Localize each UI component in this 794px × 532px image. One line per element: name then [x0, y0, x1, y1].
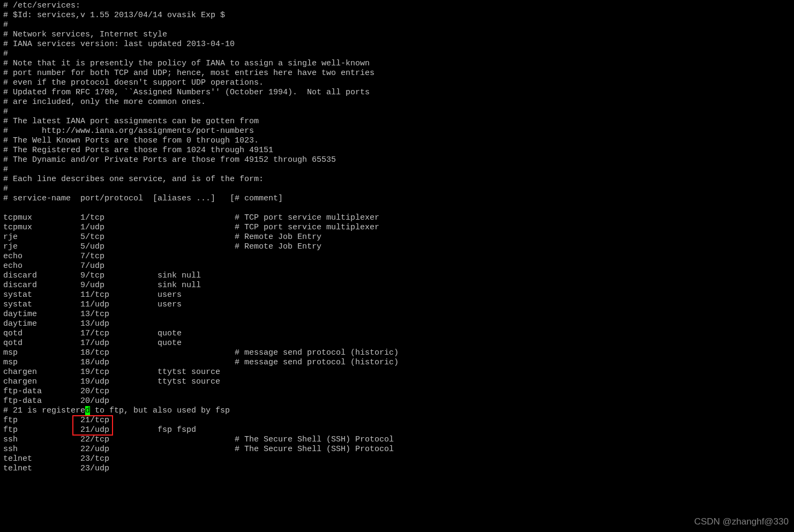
service-row: telnet 23/tcp	[3, 454, 791, 464]
service-row: chargen 19/udp ttytst source	[3, 377, 791, 387]
service-row: ftp 21/tcp	[3, 416, 791, 425]
comment-line-cursor: # 21 is registered to ftp, but also used…	[3, 406, 791, 416]
service-row: ftp-data 20/tcp	[3, 387, 791, 396]
service-row: tcpmux 1/udp # TCP port service multiple…	[3, 223, 791, 233]
comment-line: #	[3, 107, 791, 117]
comment-line: # Network services, Internet style	[3, 30, 791, 40]
comment-line: # The Dynamic and/or Private Ports are t…	[3, 155, 791, 165]
comment-line: # Note that it is presently the policy o…	[3, 59, 791, 69]
service-row: ftp-data 20/udp	[3, 396, 791, 406]
terminal-cursor: d	[85, 406, 90, 415]
service-row: rje 5/udp # Remote Job Entry	[3, 242, 791, 252]
service-row: qotd 17/tcp quote	[3, 329, 791, 339]
service-row: ftp 21/udp fsp fspd	[3, 425, 791, 435]
service-row: msp 18/udp # message send protocol (hist…	[3, 358, 791, 368]
comment-line: # IANA services version: last updated 20…	[3, 40, 791, 49]
service-row: qotd 17/udp quote	[3, 339, 791, 348]
service-row: systat 11/udp users	[3, 300, 791, 310]
service-row: systat 11/tcp users	[3, 290, 791, 300]
comment-line: #	[3, 184, 791, 194]
service-row: rje 5/tcp # Remote Job Entry	[3, 233, 791, 242]
comment-line: #	[3, 165, 791, 175]
comment-line	[3, 204, 791, 213]
service-row: echo 7/tcp	[3, 252, 791, 261]
comment-line: # port number for both TCP and UDP; henc…	[3, 69, 791, 78]
comment-line: # Each line describes one service, and i…	[3, 175, 791, 184]
service-row: telnet 23/udp	[3, 464, 791, 474]
service-row: discard 9/tcp sink null	[3, 271, 791, 281]
comment-line: # The latest IANA port assignments can b…	[3, 117, 791, 126]
service-row: msp 18/tcp # message send protocol (hist…	[3, 348, 791, 358]
service-row: ssh 22/udp # The Secure Shell (SSH) Prot…	[3, 445, 791, 454]
comment-line: # Updated from RFC 1700, ``Assigned Numb…	[3, 88, 791, 98]
service-row: ssh 22/tcp # The Secure Shell (SSH) Prot…	[3, 435, 791, 445]
comment-line: # http://www.iana.org/assignments/port-n…	[3, 126, 791, 136]
service-row: tcpmux 1/tcp # TCP port service multiple…	[3, 213, 791, 223]
comment-line: # The Registered Ports are those from 10…	[3, 146, 791, 155]
service-row: chargen 19/tcp ttytst source	[3, 368, 791, 377]
watermark: CSDN @zhanghf@330	[694, 517, 789, 527]
comment-line: #	[3, 49, 791, 59]
service-row: daytime 13/udp	[3, 319, 791, 329]
service-row: daytime 13/tcp	[3, 310, 791, 319]
comment-line: # /etc/services:	[3, 1, 791, 11]
service-row: discard 9/udp sink null	[3, 281, 791, 290]
comment-line: #	[3, 20, 791, 30]
comment-line: # are included, only the more common one…	[3, 98, 791, 107]
comment-line: # $Id: services,v 1.55 2013/04/14 ovasik…	[3, 11, 791, 20]
terminal-output[interactable]: # /etc/services:# $Id: services,v 1.55 2…	[0, 0, 794, 475]
service-row: echo 7/udp	[3, 261, 791, 271]
comment-line: # The Well Known Ports are those from 0 …	[3, 136, 791, 146]
comment-line: # service-name port/protocol [aliases ..…	[3, 194, 791, 204]
comment-line: # even if the protocol doesn't support U…	[3, 78, 791, 88]
